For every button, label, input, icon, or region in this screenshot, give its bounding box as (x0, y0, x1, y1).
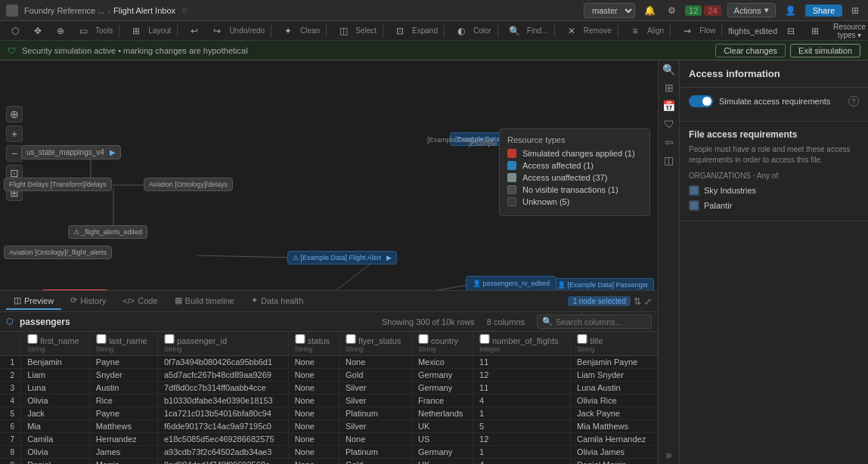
node-aviation-delays[interactable]: Aviation [Ontology]/delays (144, 178, 233, 191)
group-btn[interactable]: ⊟ (780, 25, 801, 37)
col-passenger-id[interactable]: passenger_idString (157, 332, 288, 356)
simulate-info-icon[interactable]: ? (848, 96, 859, 107)
clean-btn[interactable]: ✦ (277, 25, 299, 37)
tab-data-health[interactable]: ✦ Data health (243, 292, 311, 310)
table-cell: None (288, 446, 339, 459)
rect-tool[interactable]: ▭ (73, 25, 94, 37)
star-icon[interactable]: ☆ (181, 6, 188, 14)
expand-panel-btn[interactable]: ⤢ (644, 296, 652, 307)
node-ex-data-flight-alert[interactable]: ⚠ [Example Data] Flight Alert ▶ (287, 251, 397, 264)
remove-btn[interactable]: ✕ (561, 25, 582, 37)
table-cell: Austin (89, 382, 157, 394)
actions-button[interactable]: Actions ▾ (727, 3, 776, 17)
col-title-checkbox[interactable] (577, 334, 587, 344)
redo-btn[interactable]: ↪ (206, 25, 228, 37)
legend-btn[interactable]: ⊞ (804, 25, 826, 37)
tab-build-timeline[interactable]: ▦ Build timeline (167, 292, 242, 310)
bottom-tabs: ◫ Preview ⟳ History </> Code ▦ Build tim… (0, 291, 658, 312)
table-header-row: ⬡ passengers Showing 300 of 10k rows 8 c… (0, 312, 658, 332)
tab-history[interactable]: ⟳ History (63, 292, 113, 310)
hand-tool[interactable]: ✥ (27, 25, 48, 37)
col-last-name[interactable]: last_nameString (89, 332, 157, 356)
color-btn[interactable]: ◐ (451, 25, 472, 37)
align-btn[interactable]: ≡ (625, 25, 646, 37)
table-row[interactable]: 2LiamSnydera5d7acfc267b48cd89aa9269NoneG… (0, 369, 658, 382)
table-cell: 8ed994dcd1f748f09692568c (157, 459, 288, 465)
panel-nav-4[interactable]: ⇦ (659, 133, 679, 151)
shield-icon: 🛡 (8, 46, 16, 55)
panel-nav-5[interactable]: ◫ (659, 151, 679, 169)
col-title[interactable]: titleString (571, 332, 658, 356)
panel-nav-3[interactable]: 🛡 (659, 115, 679, 133)
col-first-name[interactable]: first_nameString (21, 332, 90, 356)
col-status-checkbox[interactable] (295, 334, 305, 344)
table-row[interactable]: 7CamilaHernandeze18c5085d5ec469286682575… (0, 433, 658, 446)
table-cell: Daniel (21, 459, 90, 465)
table-cell: f6dde90173c14ac9a97195c0 (157, 420, 288, 433)
svg-rect-1 (690, 202, 698, 209)
search-panel-btn[interactable]: 🔍 (659, 60, 679, 79)
find-btn[interactable]: 🔍 (504, 25, 525, 37)
cursor-tool[interactable]: ⬡ (5, 25, 26, 37)
table-row[interactable]: 1BenjaminPayne0f7a3494b080426ca95bb6d1No… (0, 356, 658, 369)
breadcrumb-foundry[interactable]: Foundry Reference ... (24, 6, 104, 15)
data-table-container[interactable]: first_nameString last_nameString passeng… (0, 332, 658, 464)
col-country-checkbox[interactable] (418, 334, 429, 344)
panel-nav-2[interactable]: 📅 (659, 97, 679, 115)
table-row[interactable]: 8OliviaJamesa93cdb73f2c64502adb34ae3None… (0, 446, 658, 459)
search-columns-input[interactable] (556, 317, 646, 326)
share-button[interactable]: Share (805, 5, 842, 17)
simulate-toggle[interactable] (689, 95, 713, 107)
settings-icon[interactable]: ⚙ (665, 4, 679, 17)
tab-preview[interactable]: ◫ Preview (6, 292, 61, 310)
exit-simulation-button[interactable]: Exit simulation (790, 44, 860, 57)
col-status[interactable]: statusString (288, 332, 339, 356)
panel-nav-1[interactable]: ⊞ (659, 79, 679, 97)
col-number-of-flights[interactable]: number_of_flightsInteger (473, 332, 571, 356)
resource-types-btn[interactable]: Resource types ▾ (829, 21, 868, 41)
col-passenger-id-checkbox[interactable] (164, 334, 175, 344)
table-cell: Gold (339, 459, 412, 465)
align-label: Align (647, 26, 664, 35)
table-row[interactable]: 4OliviaRiceb10330dfabe34e0390e18153NoneS… (0, 394, 658, 407)
search-columns[interactable]: 🔍 (537, 314, 652, 329)
branch-select[interactable]: master (584, 3, 635, 18)
add-tool[interactable]: ⊕ (50, 25, 71, 37)
undo-btn[interactable]: ↩ (184, 25, 205, 37)
dataset-label: flights_edited (728, 26, 777, 36)
node-flight-delays[interactable]: Flight Delays [Transform]/delays (4, 178, 112, 191)
col-country[interactable]: countryString (411, 332, 473, 356)
col-flyer-status-checkbox[interactable] (346, 334, 356, 344)
flow-btn[interactable]: ⇝ (677, 25, 698, 37)
table-cell: Silver (339, 420, 412, 433)
layout-btn[interactable]: ⊞ (126, 25, 147, 37)
tab-code[interactable]: </> Code (115, 293, 165, 310)
table-row[interactable]: 9DanielMorris8ed994dcd1f748f09692568cNon… (0, 459, 658, 465)
node-us-state-mappings[interactable]: us_state_mappings_v4 ▶ (21, 145, 121, 159)
row-number: 8 (0, 446, 21, 459)
table-row[interactable]: 5JackPayne1ca721c013b54016bfa80c94NonePl… (0, 407, 658, 420)
col-first-name-checkbox[interactable] (27, 334, 38, 344)
select-btn[interactable]: ◫ (333, 25, 354, 37)
col-last-name-checkbox[interactable] (96, 334, 107, 344)
node-passengers-rv-edited[interactable]: 👤 passengers_rv_edited (466, 276, 556, 291)
table-row[interactable]: 3LunaAustin7df8d0cc7b314ff0aabb4cceNoneS… (0, 382, 658, 394)
table-row[interactable]: 6MiaMatthewsf6dde90173c14ac9a97195c0None… (0, 420, 658, 433)
node-flight-alerts-added[interactable]: ⚠ _flight_alerts_edited (68, 225, 147, 239)
expand-btn[interactable]: ⊡ (389, 25, 411, 37)
org-icon-sky (689, 185, 699, 196)
filter-btn[interactable]: ⇅ (634, 296, 641, 307)
canvas-area[interactable]: ⊕ + − ⊡ ⊞ (0, 60, 658, 464)
user-icon[interactable]: 👤 (782, 4, 799, 17)
col-flyer-status[interactable]: flyer_statusString (339, 332, 412, 356)
legend-panel: Resource types Simulated changes applied… (499, 128, 650, 216)
col-flights-checkbox[interactable] (479, 334, 490, 344)
grid-icon[interactable]: ⊞ (848, 4, 862, 17)
clear-changes-button[interactable]: Clear changes (715, 44, 786, 57)
panel-collapse-btn[interactable]: » (659, 446, 679, 464)
table-body: 1BenjaminPayne0f7a3494b080426ca95bb6d1No… (0, 356, 658, 465)
notification-icon[interactable]: 🔔 (641, 4, 659, 17)
table-cell: 0f7a3494b080426ca95bb6d1 (157, 356, 288, 369)
node-aviation-flight-alerts[interactable]: Aviation [Ontology]/_flight_alerts (4, 246, 112, 259)
table-cell: Olivia (21, 394, 90, 407)
